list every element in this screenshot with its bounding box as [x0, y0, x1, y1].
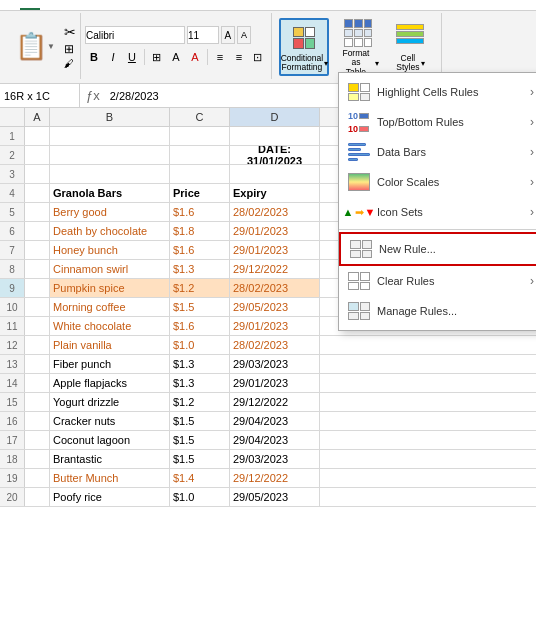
cell-c14[interactable]: $1.3: [170, 374, 230, 392]
cell-d20[interactable]: 29/05/2023: [230, 488, 320, 506]
cell-a17[interactable]: [25, 431, 50, 449]
cell-b3[interactable]: [50, 165, 170, 183]
tab-formulas[interactable]: [100, 0, 120, 10]
cell-d15[interactable]: 29/12/2022: [230, 393, 320, 411]
cell-b12[interactable]: Plain vanilla: [50, 336, 170, 354]
col-header-d[interactable]: D: [230, 108, 320, 126]
cell-b13[interactable]: Fiber punch: [50, 355, 170, 373]
cell-a14[interactable]: [25, 374, 50, 392]
font-size-increase-button[interactable]: A: [221, 26, 235, 44]
cell-b20[interactable]: Poofy rice: [50, 488, 170, 506]
cell-c6[interactable]: $1.8: [170, 222, 230, 240]
cell-b14[interactable]: Apple flapjacks: [50, 374, 170, 392]
cell-d1[interactable]: [230, 127, 320, 145]
cell-a4[interactable]: [25, 184, 50, 202]
format-table-button[interactable]: Format asTable ▾: [333, 15, 383, 79]
cell-a11[interactable]: [25, 317, 50, 335]
tab-review[interactable]: [140, 0, 160, 10]
cell-c15[interactable]: $1.2: [170, 393, 230, 411]
tab-draw[interactable]: [60, 0, 80, 10]
cell-b11[interactable]: White chocolate: [50, 317, 170, 335]
cell-b6[interactable]: Death by chocolate: [50, 222, 170, 240]
cell-b2[interactable]: [50, 146, 170, 164]
cell-d6[interactable]: 29/01/2023: [230, 222, 320, 240]
cell-c17[interactable]: $1.5: [170, 431, 230, 449]
copy-icon[interactable]: ⊞: [64, 42, 76, 56]
menu-item-clear-rules[interactable]: Clear Rules ›: [339, 266, 536, 296]
cell-c18[interactable]: $1.5: [170, 450, 230, 468]
paste-button[interactable]: 📋 ▼: [8, 28, 62, 65]
cell-d13[interactable]: 29/03/2023: [230, 355, 320, 373]
tab-data[interactable]: [120, 0, 140, 10]
cell-d12[interactable]: 28/02/2023: [230, 336, 320, 354]
tab-page-layout[interactable]: [80, 0, 100, 10]
cell-b10[interactable]: Morning coffee: [50, 298, 170, 316]
cell-d14[interactable]: 29/01/2023: [230, 374, 320, 392]
menu-item-icon-sets[interactable]: ▲ ➡ ▼ Icon Sets ›: [339, 197, 536, 227]
underline-button[interactable]: U: [123, 48, 141, 66]
cell-b5[interactable]: Berry good: [50, 203, 170, 221]
cell-a9[interactable]: [25, 279, 50, 297]
bold-button[interactable]: B: [85, 48, 103, 66]
merge-button[interactable]: ⊡: [249, 48, 267, 66]
menu-item-color-scales[interactable]: Color Scales ›: [339, 167, 536, 197]
cell-a3[interactable]: [25, 165, 50, 183]
cell-b1[interactable]: [50, 127, 170, 145]
cell-c5[interactable]: $1.6: [170, 203, 230, 221]
cell-a15[interactable]: [25, 393, 50, 411]
cell-b19[interactable]: Butter Munch: [50, 469, 170, 487]
cell-d18[interactable]: 29/03/2023: [230, 450, 320, 468]
cell-d3[interactable]: [230, 165, 320, 183]
italic-button[interactable]: I: [104, 48, 122, 66]
cell-a16[interactable]: [25, 412, 50, 430]
cell-c12[interactable]: $1.0: [170, 336, 230, 354]
menu-item-data-bars[interactable]: Data Bars ›: [339, 137, 536, 167]
cell-c11[interactable]: $1.6: [170, 317, 230, 335]
cell-b4[interactable]: Granola Bars: [50, 184, 170, 202]
cell-c13[interactable]: $1.3: [170, 355, 230, 373]
cell-d5[interactable]: 28/02/2023: [230, 203, 320, 221]
cut-icon[interactable]: ✂: [64, 24, 76, 40]
cell-a7[interactable]: [25, 241, 50, 259]
cell-b7[interactable]: Honey bunch: [50, 241, 170, 259]
cell-c3[interactable]: [170, 165, 230, 183]
cell-a1[interactable]: [25, 127, 50, 145]
cell-a13[interactable]: [25, 355, 50, 373]
col-header-b[interactable]: B: [50, 108, 170, 126]
cell-b9[interactable]: Pumpkin spice: [50, 279, 170, 297]
menu-item-top-bottom[interactable]: 10 10 Top/Bottom Rules ›: [339, 107, 536, 137]
cell-c16[interactable]: $1.5: [170, 412, 230, 430]
border-button[interactable]: ⊞: [148, 48, 166, 66]
cell-d8[interactable]: 29/12/2022: [230, 260, 320, 278]
align-left-button[interactable]: ≡: [211, 48, 229, 66]
col-header-a[interactable]: A: [25, 108, 50, 126]
cell-a18[interactable]: [25, 450, 50, 468]
cell-a20[interactable]: [25, 488, 50, 506]
cell-c7[interactable]: $1.6: [170, 241, 230, 259]
menu-item-highlight-cells[interactable]: Highlight Cells Rules ›: [339, 77, 536, 107]
cell-c19[interactable]: $1.4: [170, 469, 230, 487]
cell-a8[interactable]: [25, 260, 50, 278]
menu-item-manage-rules[interactable]: Manage Rules...: [339, 296, 536, 326]
cell-d9[interactable]: 28/02/2023: [230, 279, 320, 297]
cell-c10[interactable]: $1.5: [170, 298, 230, 316]
cell-b16[interactable]: Cracker nuts: [50, 412, 170, 430]
cell-b17[interactable]: Coconut lagoon: [50, 431, 170, 449]
font-color-button[interactable]: A: [186, 48, 204, 66]
fill-color-button[interactable]: A: [167, 48, 185, 66]
cell-a2[interactable]: [25, 146, 50, 164]
cell-c2[interactable]: [170, 146, 230, 164]
cell-a19[interactable]: [25, 469, 50, 487]
cell-d16[interactable]: 29/04/2023: [230, 412, 320, 430]
cell-b8[interactable]: Cinnamon swirl: [50, 260, 170, 278]
cell-d7[interactable]: 29/01/2023: [230, 241, 320, 259]
cell-d19[interactable]: 29/12/2022: [230, 469, 320, 487]
cell-a5[interactable]: [25, 203, 50, 221]
cell-c20[interactable]: $1.0: [170, 488, 230, 506]
cell-a12[interactable]: [25, 336, 50, 354]
cell-reference[interactable]: 16R x 1C: [0, 84, 80, 107]
tab-home[interactable]: [20, 0, 40, 10]
cell-d4[interactable]: Expiry: [230, 184, 320, 202]
font-size-decrease-button[interactable]: A: [237, 26, 251, 44]
cell-b15[interactable]: Yogurt drizzle: [50, 393, 170, 411]
